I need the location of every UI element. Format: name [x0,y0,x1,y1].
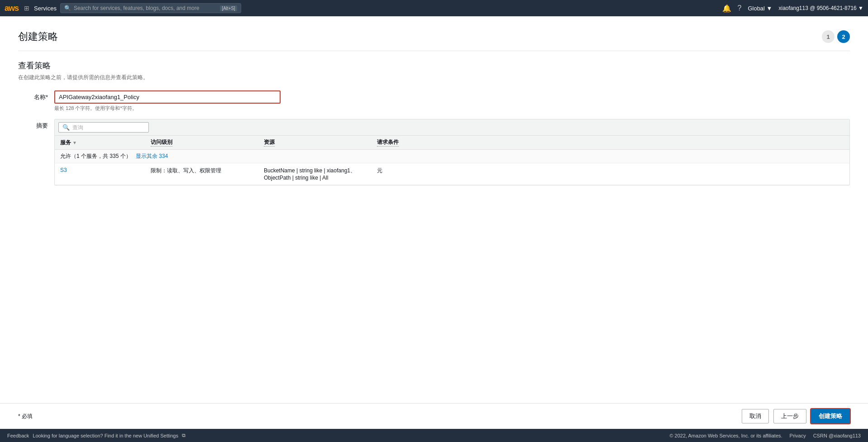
sort-icon: ▼ [72,140,77,145]
allow-text: 允许（1 个服务，共 335 个） [60,153,131,159]
back-button[interactable]: 上一步 [773,409,806,423]
summary-search-icon: 🔍 [62,124,70,131]
summary-row: 摘要 🔍 服务 ▼ 访问级别 资源 [18,119,850,185]
table-header: 服务 ▼ 访问级别 资源 请求条件 [55,136,849,150]
main-content: 创建策略 1 2 查看策略 在创建此策略之前，请提供所需的信息并查看此策略。 名… [0,16,868,403]
summary-search-wrap[interactable]: 🔍 [58,122,149,133]
allow-row: 允许（1 个服务，共 335 个） 显示其余 334 [55,150,849,163]
col-condition-header: 请求条件 [377,138,467,147]
aws-logo-text: aws [5,4,19,13]
footer: Feedback Looking for language selection?… [0,429,868,442]
bottom-actions: 取消 上一步 创建策略 [742,409,850,423]
search-bar[interactable]: 🔍 [Alt+S] [60,3,241,13]
show-more-link[interactable]: 显示其余 334 [136,153,168,159]
access-cell: 限制：读取、写入、权限管理 [151,167,264,181]
name-label: 名称* [18,90,54,101]
footer-right: © 2022, Amazon Web Services, Inc. or its… [669,433,861,438]
service-cell[interactable]: S3 [60,167,151,181]
unified-settings-icon: ⧉ [182,432,186,438]
policy-name-input[interactable] [54,90,281,104]
footer-left: Feedback Looking for language selection?… [7,432,186,438]
grid-icon[interactable]: ⊞ [24,5,29,12]
region-selector[interactable]: Global ▼ [748,5,772,12]
required-note: * 必填 [18,413,33,420]
step-1-indicator: 1 [822,30,835,43]
name-form-row: 名称* 最长 128 个字符。使用字母和*字符。 [18,90,850,112]
condition-cell: 元 [377,167,467,181]
bottom-bar: * 必填 取消 上一步 创建策略 [0,403,868,429]
nav-right: 🔔 ? Global ▼ xiaofang113 @ 9506-4621-871… [722,4,864,13]
search-input[interactable] [74,5,217,11]
table-body: 允许（1 个服务，共 335 个） 显示其余 334 S3 限制：读取、写入、权… [55,150,849,185]
step-2-indicator: 2 [837,30,850,43]
help-icon[interactable]: ? [738,4,742,12]
footer-copyright: © 2022, Amazon Web Services, Inc. or its… [669,433,782,438]
notification-bell-icon[interactable]: 🔔 [722,4,731,13]
name-hint: 最长 128 个字符。使用字母和*字符。 [54,105,281,112]
page-header: 创建策略 1 2 [18,30,850,51]
aws-logo[interactable]: aws [5,4,19,13]
cancel-button[interactable]: 取消 [742,409,769,423]
top-navigation: aws ⊞ Services 🔍 [Alt+S] 🔔 ? Global ▼ xi… [0,0,868,16]
footer-privacy-link[interactable]: Privacy [790,433,806,438]
summary-search-row: 🔍 [55,119,849,136]
summary-label: 摘要 [18,119,54,130]
col-service-header[interactable]: 服务 ▼ [60,138,151,147]
search-shortcut: [Alt+S] [220,5,237,11]
search-icon: 🔍 [64,5,71,11]
footer-middle-text: Looking for language selection? Find it … [33,433,178,438]
feedback-link[interactable]: Feedback [7,433,29,438]
page-title: 创建策略 [18,30,58,43]
user-menu[interactable]: xiaofang113 @ 9506-4621-8716 ▼ [778,5,863,11]
section-title: 查看策略 [18,60,850,71]
name-input-wrap: 最长 128 个字符。使用字母和*字符。 [54,90,281,112]
summary-search-input[interactable] [72,124,127,131]
step-indicators: 1 2 [822,30,850,43]
summary-table: 🔍 服务 ▼ 访问级别 资源 请求条件 [54,119,850,185]
resource-cell: BucketName | string like | xiaofang1、Obj… [264,167,377,181]
table-row: S3 限制：读取、写入、权限管理 BucketName | string lik… [55,163,849,185]
col-access-header: 访问级别 [151,138,264,147]
col-resource-header: 资源 [264,138,377,147]
section-description: 在创建此策略之前，请提供所需的信息并查看此策略。 [18,74,850,81]
services-nav[interactable]: Services [34,5,57,12]
footer-csrn: CSRN @xiaofang113 [813,433,861,438]
create-policy-button[interactable]: 创建策略 [811,409,850,423]
